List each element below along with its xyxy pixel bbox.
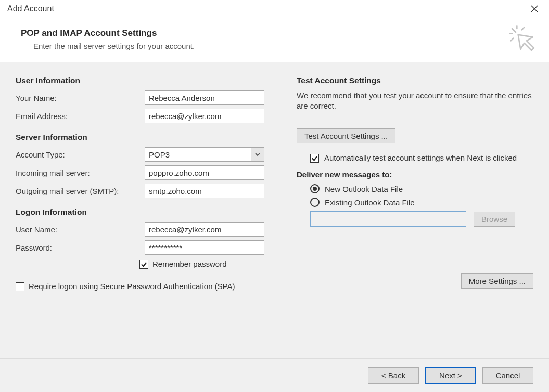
deliver-title: Deliver new messages to:	[297, 170, 533, 179]
server-info-section-title: Server Information	[16, 133, 281, 142]
your-name-input[interactable]	[145, 90, 264, 105]
password-input[interactable]	[145, 240, 264, 255]
outgoing-server-input[interactable]	[145, 184, 264, 198]
email-input[interactable]	[145, 109, 264, 123]
test-account-settings-button[interactable]: Test Account Settings ...	[297, 128, 395, 143]
username-input[interactable]	[145, 222, 264, 237]
user-info-section-title: User Information	[16, 76, 281, 85]
account-type-dropdown-button[interactable]	[251, 148, 264, 161]
dialog-body: User Information Your Name: Email Addres…	[0, 62, 549, 359]
email-label: Email Address:	[16, 112, 145, 121]
existing-data-file-radio[interactable]	[310, 198, 320, 207]
existing-data-file-label: Existing Outlook Data File	[325, 198, 415, 207]
remember-password-checkbox[interactable]	[139, 260, 148, 269]
next-button[interactable]: Next >	[425, 367, 476, 384]
close-button[interactable]	[523, 2, 546, 16]
logon-info-section-title: Logon Information	[16, 207, 281, 217]
test-settings-description: We recommend that you test your account …	[297, 90, 533, 112]
username-label: User Name:	[16, 225, 145, 234]
new-data-file-radio[interactable]	[310, 184, 320, 193]
check-icon	[311, 155, 318, 162]
header-heading: POP and IMAP Account Settings	[21, 28, 533, 38]
your-name-label: Your Name:	[16, 94, 145, 102]
account-type-combo[interactable]: POP3	[145, 147, 264, 162]
outgoing-server-label: Outgoing mail server (SMTP):	[16, 187, 145, 195]
incoming-server-label: Incoming mail server:	[16, 168, 145, 177]
account-type-value: POP3	[145, 150, 251, 159]
chevron-down-icon	[255, 152, 260, 157]
password-label: Password:	[16, 243, 145, 252]
browse-button[interactable]: Browse	[474, 212, 515, 227]
header-subtitle: Enter the mail server settings for your …	[33, 42, 533, 50]
check-icon	[141, 261, 147, 268]
incoming-server-input[interactable]	[145, 165, 264, 180]
test-settings-section-title: Test Account Settings	[297, 76, 533, 85]
dialog-footer: < Back Next > Cancel	[0, 359, 549, 392]
existing-data-file-path-input[interactable]	[310, 211, 466, 227]
left-column: User Information Your Name: Email Addres…	[16, 76, 281, 348]
new-data-file-label: New Outlook Data File	[325, 185, 403, 193]
dialog-header: POP and IMAP Account Settings Enter the …	[0, 18, 549, 62]
right-column: Test Account Settings We recommend that …	[297, 76, 533, 348]
cursor-click-icon	[508, 25, 538, 56]
auto-test-checkbox[interactable]	[310, 154, 319, 163]
cancel-button[interactable]: Cancel	[482, 367, 533, 384]
window-title: Add Account	[7, 4, 523, 14]
remember-password-label: Remember password	[152, 259, 227, 268]
back-button[interactable]: < Back	[368, 367, 419, 384]
more-settings-button[interactable]: More Settings ...	[461, 273, 533, 289]
auto-test-label: Automatically test account settings when…	[324, 153, 517, 163]
account-type-label: Account Type:	[16, 150, 145, 159]
add-account-dialog: Add Account POP and IMAP Account Setting…	[0, 0, 549, 392]
spa-label: Require logon using Secure Password Auth…	[29, 281, 235, 292]
spa-checkbox[interactable]	[16, 282, 24, 291]
close-icon	[531, 5, 538, 12]
titlebar: Add Account	[0, 0, 549, 18]
